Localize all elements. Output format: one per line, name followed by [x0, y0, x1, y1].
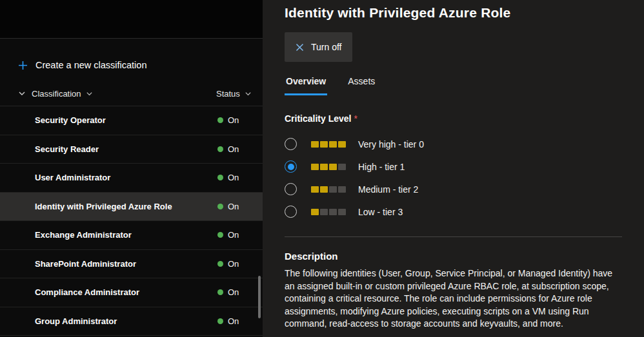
criticality-options: Very high - tier 0 High - tier 1 Medium … — [285, 133, 622, 223]
add-icon — [18, 61, 28, 70]
table-row-user-administrator[interactable]: User Administrator On — [0, 164, 263, 193]
classification-name: User Administrator — [0, 173, 110, 182]
radio-button[interactable] — [285, 206, 297, 218]
classification-name: Exchange Administrator — [0, 230, 132, 240]
radio-button[interactable] — [285, 138, 297, 150]
classification-list-panel: Create a new classification Classificati… — [0, 0, 263, 337]
create-classification-label: Create a new classification — [35, 60, 146, 70]
status-text: On — [228, 316, 239, 326]
classification-name: Security Operator — [0, 115, 106, 125]
classification-name: Security Reader — [0, 144, 99, 154]
criticality-meter-icon — [311, 141, 347, 148]
option-label: High - tier 1 — [358, 162, 405, 172]
status-text: On — [228, 144, 239, 154]
table-row-identity-privileged-azure-role[interactable]: Identity with Privileged Azure Role On — [0, 193, 263, 222]
status-on-dot-icon — [217, 204, 223, 209]
status-text: On — [228, 202, 239, 211]
radio-button[interactable] — [285, 160, 297, 173]
status-on-dot-icon — [217, 175, 223, 180]
option-label: Low - tier 3 — [358, 207, 403, 217]
status-on-dot-icon — [217, 117, 223, 123]
table-row-group-administrator[interactable]: Group Administrator On — [0, 307, 263, 336]
page-title: Identity with Privileged Azure Role — [285, 5, 622, 21]
option-label: Very high - tier 0 — [358, 139, 424, 149]
status-text: On — [228, 287, 239, 297]
table-header: Classification Status — [0, 81, 263, 106]
left-topbar — [0, 0, 263, 39]
collapse-group-chevron-icon[interactable] — [18, 90, 26, 97]
table-row-security-operator[interactable]: Security Operator On — [0, 106, 263, 135]
status-on-dot-icon — [217, 318, 223, 324]
column-header-classification[interactable]: Classification — [32, 89, 81, 99]
column-header-status[interactable]: Status — [216, 81, 252, 106]
status-on-dot-icon — [217, 261, 223, 267]
criticality-option-medium[interactable]: Medium - tier 2 — [285, 178, 622, 200]
tab-overview[interactable]: Overview — [285, 70, 327, 95]
classification-name: SharePoint Administrator — [0, 259, 136, 269]
radio-button[interactable] — [285, 183, 297, 195]
status-on-dot-icon — [217, 146, 223, 152]
criticality-meter-icon — [311, 164, 347, 170]
tab-assets[interactable]: Assets — [347, 70, 376, 95]
table-row-compliance-administrator[interactable]: Compliance Administrator On — [0, 278, 263, 307]
table-row-exchange-administrator[interactable]: Exchange Administrator On — [0, 221, 263, 250]
scrollbar-thumb[interactable] — [258, 276, 261, 318]
description-text: The following identities (User, Group, S… — [285, 267, 622, 331]
criticality-label-text: Criticality Level — [285, 113, 352, 124]
chevron-down-icon[interactable] — [86, 90, 93, 97]
required-asterisk: * — [354, 113, 357, 124]
classification-name: Compliance Administrator — [0, 287, 139, 297]
detail-flyout-panel: Identity with Privileged Azure Role Turn… — [263, 0, 644, 337]
status-text: On — [228, 230, 239, 240]
criticality-option-low[interactable]: Low - tier 3 — [285, 200, 622, 223]
criticality-option-very-high[interactable]: Very high - tier 0 — [285, 133, 622, 155]
status-header-label: Status — [216, 89, 240, 99]
status-on-dot-icon — [217, 232, 223, 238]
table-row-security-reader[interactable]: Security Reader On — [0, 135, 263, 164]
status-on-dot-icon — [217, 289, 223, 295]
section-divider — [285, 236, 622, 237]
chevron-down-icon — [245, 90, 252, 97]
classification-table: Security Operator On Security Reader On … — [0, 106, 263, 336]
option-label: Medium - tier 2 — [358, 184, 418, 195]
criticality-level-label: Criticality Level* — [285, 113, 622, 124]
status-text: On — [228, 115, 239, 125]
table-row-sharepoint-administrator[interactable]: SharePoint Administrator On — [0, 250, 263, 279]
criticality-meter-icon — [311, 209, 347, 215]
turn-off-button[interactable]: Turn off — [285, 32, 352, 62]
status-text: On — [228, 259, 239, 269]
dismiss-icon — [296, 43, 304, 52]
turn-off-label: Turn off — [311, 42, 341, 52]
criticality-meter-icon — [311, 186, 347, 193]
criticality-option-high[interactable]: High - tier 1 — [285, 155, 622, 178]
tab-bar: Overview Assets — [285, 70, 622, 95]
classification-name: Group Administrator — [0, 316, 117, 326]
classification-name: Identity with Privileged Azure Role — [0, 202, 172, 211]
create-classification-button[interactable]: Create a new classification — [0, 52, 263, 79]
description-heading: Description — [285, 251, 622, 262]
status-text: On — [228, 173, 239, 182]
